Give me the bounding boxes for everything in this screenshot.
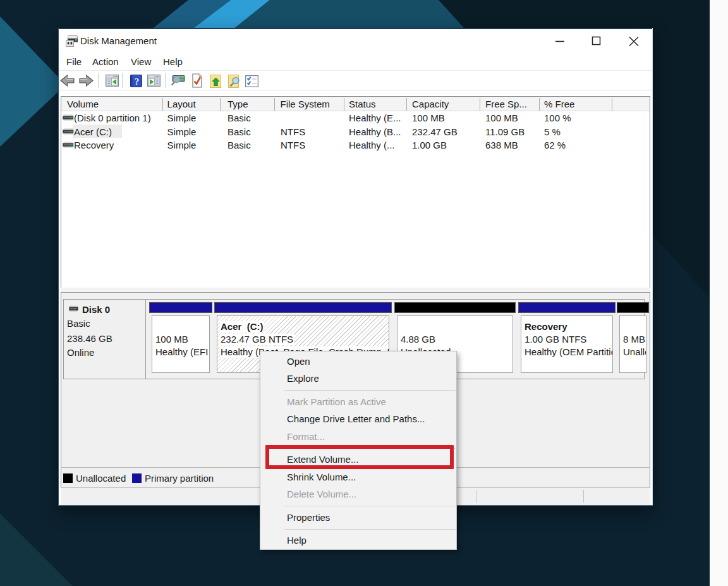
svg-text:?: ? — [135, 76, 140, 87]
